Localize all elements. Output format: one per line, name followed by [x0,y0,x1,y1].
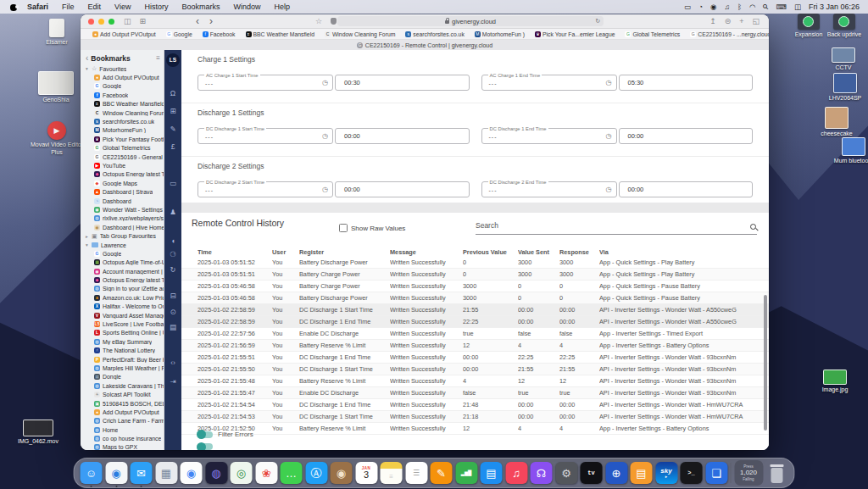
logout-icon[interactable]: ⇥ [164,377,181,386]
column-time[interactable]: Time [198,248,272,256]
pencil-icon[interactable]: ✎ [164,125,181,133]
bookmark-global-telemetrics[interactable]: GGlobal Telemetrics [81,144,164,153]
ac-charge-1-end-time-value[interactable]: 05:30 [619,75,754,91]
sidebar-toggle-icon[interactable]: ◫ [120,14,136,28]
favorite-add-output-pvoutput[interactable]: ●Add Output PVOutput [87,31,161,37]
bookmark-amazon-co-uk-low-prices[interactable]: aAmazon.co.uk: Low Prices... [81,293,164,302]
volume-icon[interactable]: ♫ [725,0,730,14]
clock-icon[interactable]: ◷ [606,79,612,86]
clock-icon[interactable]: ◷ [322,132,328,140]
minimize-button[interactable] [98,19,104,25]
keyboard-icon[interactable]: ⌨ [776,0,787,14]
bookmark-octopus-energy-latest-tra[interactable]: ◆Octopus Energy latest Tra... [81,170,164,179]
dc-discharge-2-end-time-value[interactable]: 00:00 [619,181,754,197]
menu-safari[interactable]: Safari [25,3,55,11]
dock-pressure-widget[interactable]: Press1,020Falling [734,460,763,486]
bookmark-lakeside-caravans-thor[interactable]: ◍Lakeside Caravans | Thor... [81,381,164,390]
menu-bookmarks[interactable]: Bookmarks [175,3,226,11]
show-raw-values-checkbox[interactable] [339,224,348,232]
desktop-icon-backup-drive[interactable]: Back updrive [815,14,868,39]
bookmark-sports-betting-online-uk[interactable]: LSports Betting Online | UK... [81,329,164,337]
comment-icon[interactable]: ⚆ [164,250,181,258]
column-register[interactable]: Register [299,248,390,256]
dock-messages[interactable]: … [281,462,303,484]
bookmark-motorhomefun[interactable]: MMotorhomeFun ) [81,126,164,135]
dc-discharge-1-start-time-value[interactable]: 00:00 [335,128,470,144]
dc-discharge-2-start-time-picker[interactable]: DC Discharge 2 Start Time---◷ [198,181,333,197]
bookmark-google[interactable]: GGoogle [81,249,164,258]
sidebar-list-icon[interactable]: ≡ [156,54,160,62]
bookmark-searchforsites-co-uk[interactable]: ssearchforsites.co.uk [81,117,164,125]
show-raw-values-control[interactable]: Show Raw Values [339,224,405,232]
reader-circle-icon[interactable]: ⊜ [721,14,736,28]
menu-history[interactable]: History [137,3,175,11]
table-row[interactable]: 2025-01-02 21:55:47YouEnable DC Discharg… [181,387,769,399]
window-title-bar[interactable]: ◫ ⊞ ‹ › ☆ givenergy.cloud ↻ ↥ ⊜ + ◱ [81,14,769,29]
bookmark-halifax-welcome-to-onli[interactable]: XHalifax - Welcome to Onli... [81,303,164,311]
desktop-icon-image-jpg[interactable]: Image.jpg [805,370,865,394]
history-search-field[interactable]: Search [476,219,757,235]
bookmark-group-tab-group-favourites[interactable]: ▸▣Tab Group Favourites [81,231,164,240]
dock-calendar[interactable]: JAN3 [355,462,377,484]
menu-window[interactable]: Window [226,3,267,11]
bookmark-livescore-live-football-s[interactable]: L5LiveScore | Live Football S... [81,320,164,328]
dock-apple-tv[interactable]: tv [581,462,603,484]
column-value-sent[interactable]: Value Sent [518,248,559,256]
card-icon[interactable]: ▤ [164,323,181,331]
address-bar[interactable]: givenergy.cloud ↻ [337,16,604,26]
dc-discharge-1-end-time-picker[interactable]: DC Discharge 1 End Time---◷ [481,128,617,144]
bookmark-dashboard-hive-home[interactable]: ◉Dashboard | Hive Home [81,223,164,231]
bookmark-dashboard[interactable]: ◔Dashboard [81,197,164,205]
dc-discharge-2-start-time-value[interactable]: 00:00 [335,181,470,197]
back-icon[interactable]: ‹ [191,15,204,27]
control-center-icon[interactable]: ◫ [794,0,801,14]
table-row[interactable]: 2025-01-02 21:55:50YouDC Discharge 1 Sta… [181,364,769,375]
second-filter-toggle[interactable] [198,443,213,450]
bookmark-group-lawrence[interactable]: ▾Lawrence [81,241,164,249]
bookmark-maps-to-gpx[interactable]: ◍Maps to GPX [81,443,164,450]
desktop-icon-cctv[interactable]: CCTV [814,47,868,72]
bookmark-group-favourites[interactable]: ▾☆Favourites [81,64,164,73]
table-row[interactable]: 2025-01-03 05:46:58YouBattery Charge Pow… [181,281,769,292]
favorite-searchforsites-co-uk[interactable]: ssearchforsites.co.uk [400,31,469,37]
forward-icon[interactable]: › [204,15,218,27]
dock-launchpad[interactable]: ▦ [155,462,177,484]
dock-safari[interactable]: ◉ [105,462,127,484]
keypad-icon[interactable]: ⊟ [164,292,181,300]
bell-icon[interactable]: Ω [164,89,181,97]
users-icon[interactable]: ♟ [164,208,181,216]
filter-errors-toggle[interactable] [198,431,213,438]
favorite-pick-your-fa-emier-league[interactable]: ♛Pick Your Fa...emier League [530,31,620,37]
new-tab-icon[interactable]: + [735,14,748,28]
screen-mirroring-icon[interactable]: ▭ [684,0,691,14]
active-tab[interactable]: G CE22150169 - Remote Control | givenerg… [357,42,492,48]
dock-podcasts[interactable]: ☊ [531,462,553,484]
dock-app-store[interactable]: Ⓐ [305,462,327,484]
menu-bar-clock[interactable]: Fri 3 Jan 06:26 [809,3,860,11]
tab-overview-icon[interactable]: ◱ [748,14,764,28]
sync-icon[interactable]: ↻ [164,265,181,274]
bookmark-ce22150169-general-g[interactable]: GCE22150169 - General | g... [81,153,164,161]
dock-siri[interactable]: ◍ [205,462,227,484]
favorite-ce22150169-nergy-cloud[interactable]: GCE22150169 - ...nergy.cloud [685,31,769,37]
favorite-bbc-weather-mansfield[interactable]: ≡BBC Weather Mansfield [241,31,320,37]
menu-edit[interactable]: Edit [81,3,108,11]
zoom-button[interactable] [108,19,114,25]
dock-screenshot[interactable]: ❏ [705,462,727,484]
grid-icon[interactable]: ⊞ [164,107,181,115]
dc-discharge-2-end-time-picker[interactable]: DC Discharge 2 End Time---◷ [481,181,617,197]
ac-charge-1-end-time-picker[interactable]: AC Charge 1 End Time---◷ [481,75,617,91]
share-icon[interactable]: ↥ [705,14,721,28]
bookmark-home[interactable]: ◍Home [81,425,164,434]
table-row[interactable]: 2025-01-03 05:51:52YouBattery Discharge … [181,257,769,269]
page-scrollbar[interactable] [764,295,767,431]
table-row[interactable]: 2025-01-03 05:46:58YouBattery Discharge … [181,292,769,304]
bookmark-vanguard-asset-managem[interactable]: VVanguard Asset Managem... [81,311,164,320]
pound-icon[interactable]: £ [164,142,181,151]
table-row[interactable]: 2025-01-02 21:54:54YouDC Discharge 1 End… [181,399,769,411]
table-row[interactable]: 2025-01-03 05:51:51YouBattery Charge Pow… [181,269,769,281]
favorite-facebook[interactable]: fFacebook [198,31,241,37]
bookmark-window-cleaning-forum[interactable]: CWindow Cleaning Forum [81,108,164,117]
bookmark-facebook[interactable]: fFacebook [81,91,164,99]
dc-discharge-1-start-time-picker[interactable]: DC Discharge 1 Start Time---◷ [198,128,333,144]
